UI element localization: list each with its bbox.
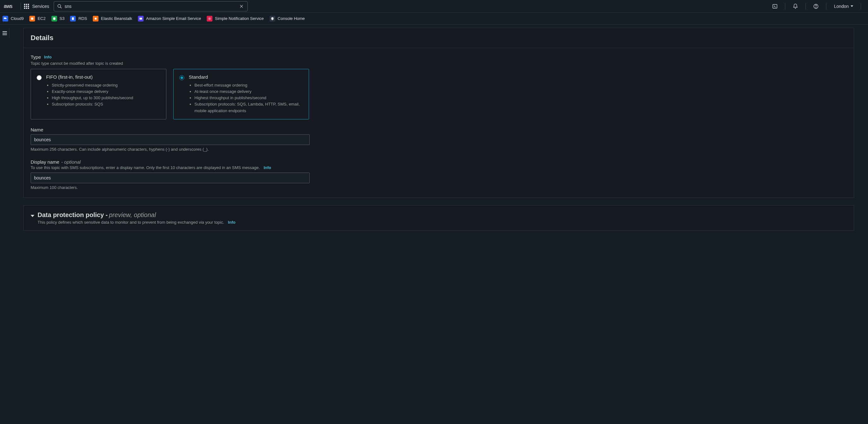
fav-console-home[interactable]: Console Home — [270, 16, 305, 22]
beanstalk-icon — [93, 16, 98, 22]
svg-point-13 — [209, 18, 210, 19]
type-label: Type — [31, 54, 41, 60]
name-input[interactable] — [31, 134, 310, 145]
fav-label: Amazon Simple Email Service — [146, 16, 201, 21]
name-label: Name — [31, 127, 847, 132]
rds-icon — [70, 16, 76, 22]
panel-header: Details — [24, 28, 854, 48]
svg-rect-8 — [31, 18, 33, 20]
svg-rect-11 — [95, 18, 97, 20]
fav-label: Elastic Beanstalk — [101, 16, 132, 21]
fav-label: Console Home — [278, 16, 305, 21]
apps-grid-icon[interactable] — [24, 4, 29, 9]
chevron-down-icon — [31, 215, 34, 217]
favorites-bar: Cloud9 EC2 S3 RDS Elastic Beanstalk Amaz… — [0, 12, 868, 25]
top-nav: aws Services London — [0, 0, 868, 12]
divider — [826, 3, 826, 10]
name-hint: Maximum 256 characters. Can include alph… — [31, 147, 847, 152]
display-name-label: Display name — [31, 159, 59, 165]
fav-ec2[interactable]: EC2 — [29, 16, 45, 22]
fav-ses[interactable]: Amazon Simple Email Service — [138, 16, 201, 22]
fav-cloud9[interactable]: Cloud9 — [2, 16, 24, 22]
help-icon — [813, 3, 819, 9]
search-box[interactable] — [54, 1, 248, 11]
fav-label: EC2 — [37, 16, 45, 21]
region-selector[interactable]: London — [831, 4, 856, 9]
clear-search-button[interactable] — [239, 3, 244, 9]
radio-standard-bullets: Best-effort message ordering At-least on… — [189, 82, 303, 114]
search-input[interactable] — [65, 4, 239, 9]
main-content: Details Type Info Topic type cannot be m… — [9, 25, 868, 247]
display-name-hint: Maximum 100 characters. — [31, 185, 847, 190]
fav-label: Cloud9 — [11, 16, 24, 21]
hamburger-icon — [2, 31, 7, 35]
help-button[interactable] — [811, 1, 821, 11]
data-protection-title: Data protection policy - — [37, 211, 107, 218]
search-icon — [57, 4, 62, 9]
topnav-right: London — [770, 1, 864, 11]
radio-icon — [37, 75, 42, 80]
ec2-icon — [29, 16, 35, 22]
display-name-info-link[interactable]: Info — [264, 165, 271, 170]
display-name-optional: - optional — [61, 159, 81, 165]
fav-label: RDS — [78, 16, 87, 21]
fav-elastic-beanstalk[interactable]: Elastic Beanstalk — [93, 16, 132, 22]
type-info-link[interactable]: Info — [44, 55, 52, 59]
fav-label: Simple Notification Service — [215, 16, 264, 21]
panel-body: Type Info Topic type cannot be modified … — [24, 48, 854, 197]
type-field: Type Info Topic type cannot be modified … — [31, 54, 847, 119]
fav-rds[interactable]: RDS — [70, 16, 87, 22]
ses-icon — [138, 16, 144, 22]
radio-fifo-bullets: Strictly-preserved message ordering Exac… — [46, 82, 160, 108]
s3-icon — [52, 16, 57, 22]
region-label: London — [834, 4, 849, 9]
radio-fifo[interactable]: FIFO (first-in, first-out) Strictly-pres… — [31, 69, 166, 119]
display-name-desc: To use this topic with SMS subscriptions… — [31, 165, 260, 170]
console-home-icon — [270, 16, 275, 22]
close-icon — [239, 4, 244, 8]
data-protection-desc: This policy defines which sensitive data… — [37, 220, 224, 225]
panel-title: Details — [31, 34, 847, 42]
services-menu[interactable]: Services — [32, 4, 49, 9]
cloudshell-button[interactable] — [770, 1, 780, 11]
name-field: Name Maximum 256 characters. Can include… — [31, 127, 847, 152]
aws-logo[interactable]: aws — [4, 3, 12, 9]
type-radio-group: FIFO (first-in, first-out) Strictly-pres… — [31, 69, 847, 119]
cloud9-icon — [2, 16, 8, 22]
svg-line-1 — [60, 7, 62, 8]
aws-logo-text: aws — [4, 3, 12, 9]
type-desc: Topic type cannot be modified after topi… — [31, 61, 847, 66]
display-name-field: Display name - optional To use this topi… — [31, 159, 847, 190]
data-protection-suffix: preview, optional — [109, 211, 156, 218]
data-protection-panel: Data protection policy - preview, option… — [23, 205, 854, 231]
fav-s3[interactable]: S3 — [52, 16, 65, 22]
cloudshell-icon — [772, 3, 778, 9]
bell-icon — [793, 3, 798, 9]
radio-icon — [179, 75, 184, 80]
details-panel: Details Type Info Topic type cannot be m… — [23, 28, 854, 198]
sidebar-toggle[interactable] — [0, 28, 9, 38]
radio-title: FIFO (first-in, first-out) — [46, 74, 160, 80]
notifications-button[interactable] — [790, 1, 801, 11]
data-protection-info-link[interactable]: Info — [228, 220, 236, 225]
radio-title: Standard — [189, 74, 303, 80]
fav-label: S3 — [60, 16, 65, 21]
fav-sns[interactable]: Simple Notification Service — [207, 16, 264, 22]
divider — [21, 3, 21, 10]
svg-point-0 — [58, 4, 61, 7]
display-name-input[interactable] — [31, 172, 310, 183]
divider — [785, 3, 785, 10]
chevron-down-icon — [850, 5, 853, 7]
divider — [861, 3, 861, 10]
data-protection-header[interactable]: Data protection policy - preview, option… — [31, 211, 847, 219]
sns-icon — [207, 16, 212, 22]
radio-standard[interactable]: Standard Best-effort message ordering At… — [173, 69, 309, 119]
